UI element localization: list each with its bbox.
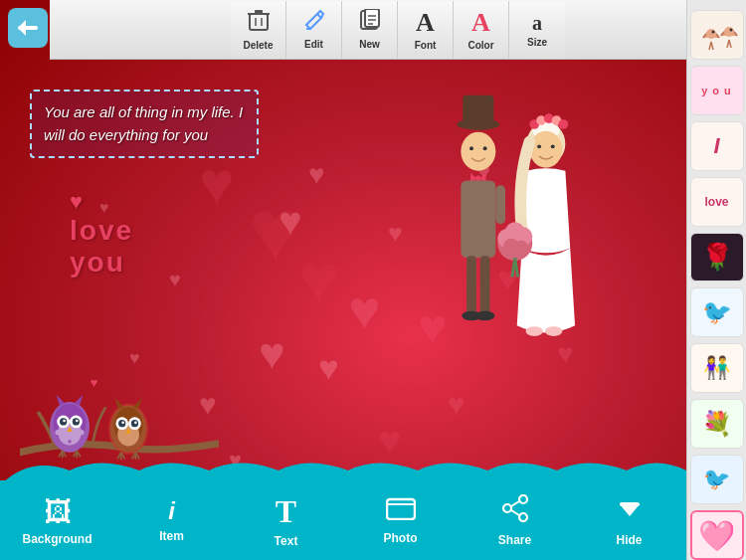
svg-point-3 [469,146,473,150]
svg-point-43 [63,420,66,423]
svg-rect-1 [463,95,493,126]
love-letters-decoration: ♥ l o v e y o u [70,189,131,279]
delete-icon [247,8,271,38]
love-o-char: o [80,215,96,247]
new-label: New [359,39,380,50]
sidebar-item-bluebird[interactable]: 🐦 [690,455,744,504]
share-label: Share [498,533,531,547]
sidebar-item-heart-pink[interactable]: 🩷 [690,510,744,560]
svg-marker-52 [114,398,123,409]
svg-point-21 [529,131,562,168]
roses-sticker-icon: 🌹 [701,242,733,273]
edit-icon [303,9,325,37]
svg-point-84 [706,29,716,39]
svg-point-47 [79,430,84,435]
new-icon [359,9,381,37]
top-toolbar: Delete Edit New A Font A Color [50,0,746,60]
color-button[interactable]: A Color [454,1,509,59]
sidebar-item-birds[interactable] [690,10,744,60]
love-v-char: v [98,215,114,247]
size-icon: a [532,12,542,35]
photo-icon [386,495,416,527]
back-arrow-icon [16,18,40,38]
edit-button[interactable]: Edit [286,1,342,59]
svg-point-60 [134,421,137,424]
svg-point-2 [461,132,495,171]
sidebar-item-love[interactable]: love [690,177,744,227]
svg-point-27 [505,222,524,241]
sidebar: y o u I love 🌹 🐦 👫 💐 🐦 🩷 [686,0,746,560]
color-label: Color [467,40,493,51]
item-icon: i [168,497,175,525]
love-heart-char: ♥ [70,189,83,215]
love-l-char: l [70,215,78,247]
svg-rect-10 [480,256,490,313]
i-sticker-text: I [713,133,719,159]
delete-button[interactable]: Delete [231,1,286,59]
birds-sticker-icon [695,18,739,52]
love-u-char: u [106,247,123,279]
svg-point-87 [729,28,732,31]
svg-marker-37 [75,395,84,406]
svg-marker-53 [133,398,142,409]
svg-point-32 [525,326,543,336]
svg-marker-36 [56,395,65,406]
svg-point-29 [513,241,529,257]
text-icon: T [276,493,296,530]
svg-rect-75 [255,10,263,14]
font-button[interactable]: A Font [398,1,454,59]
sidebar-item-you[interactable]: y o u [690,66,744,115]
love-row-love: l o v e [70,215,131,247]
sidebar-item-i[interactable]: I [690,121,744,171]
share-button[interactable]: Share [461,494,570,547]
size-button[interactable]: a Size [509,1,565,59]
new-button[interactable]: New [342,1,398,59]
bottom-toolbar: 🖼 Background i Item T Text Photo [0,480,686,560]
svg-point-44 [76,420,79,423]
size-label: Size [527,37,547,48]
sidebar-item-flowers[interactable]: 💐 [690,399,744,449]
photo-button[interactable]: Photo [346,495,456,545]
background-button[interactable]: 🖼 Background [3,495,112,546]
sidebar-item-birds2[interactable]: 🐦 [690,287,744,337]
svg-point-22 [537,144,541,148]
svg-point-67 [519,513,527,521]
svg-point-66 [503,504,511,512]
sidebar-item-couple[interactable]: 👫 [690,343,744,393]
canvas-text-box[interactable]: You are all of thing in my life. I will … [30,90,259,158]
background-icon: 🖼 [44,495,72,528]
svg-point-4 [483,146,487,150]
bluebird-sticker-icon: 🐦 [703,467,730,492]
svg-line-68 [511,501,519,506]
love-sticker-text: love [704,195,728,209]
svg-rect-13 [495,185,505,224]
text-button[interactable]: T Text [232,493,341,548]
svg-line-69 [511,510,519,515]
svg-point-65 [519,495,527,503]
svg-line-31 [515,258,518,277]
svg-rect-9 [466,256,476,313]
item-button[interactable]: i Item [117,497,227,543]
font-icon: A [416,8,435,38]
sidebar-item-roses[interactable]: 🌹 [690,233,744,282]
svg-point-46 [55,430,60,435]
photo-label: Photo [384,531,418,545]
bottom-buttons-container: 🖼 Background i Item T Text Photo [0,480,686,560]
svg-rect-63 [387,499,415,519]
edit-label: Edit [304,39,323,50]
hide-button[interactable]: Hide [575,494,684,547]
font-label: Font [415,40,437,51]
heart-pink-sticker-icon: 🩷 [698,518,735,553]
svg-point-20 [559,119,569,129]
text-label: Text [275,534,298,548]
love-y-char: y [70,247,86,279]
back-button[interactable] [8,8,48,48]
svg-point-48 [68,440,72,444]
svg-point-86 [724,27,734,37]
svg-line-91 [729,40,731,48]
svg-rect-73 [250,14,268,30]
flowers-sticker-icon: 💐 [702,410,732,438]
background-label: Background [22,532,92,546]
hide-label: Hide [616,533,642,547]
svg-rect-70 [620,502,640,506]
